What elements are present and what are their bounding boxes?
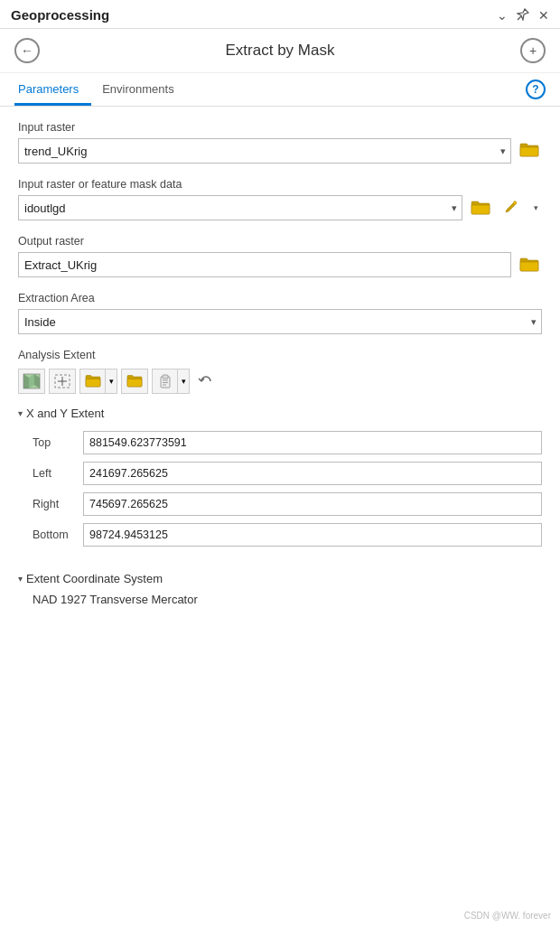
input-mask-folder-btn[interactable] <box>468 195 493 220</box>
tab-parameters[interactable]: Parameters <box>14 73 91 106</box>
extent-clipboard-btn[interactable] <box>152 369 177 394</box>
analysis-extent-label: Analysis Extent <box>18 349 542 361</box>
coord-arrow: ▾ <box>18 574 23 584</box>
xy-extent-label: X and Y Extent <box>26 407 104 420</box>
extraction-area-label: Extraction Area <box>18 292 542 304</box>
top-input[interactable] <box>83 431 542 454</box>
tabs-row: Parameters Environments ? <box>0 73 560 107</box>
top-field-row: Top <box>33 431 542 454</box>
output-raster-group: Output raster <box>18 235 542 277</box>
extraction-area-select[interactable]: Inside Outside <box>18 309 542 334</box>
left-label: Left <box>33 467 76 480</box>
input-raster-row: trend_UKrig <box>18 138 542 164</box>
page-title: Extract by Mask <box>226 42 335 60</box>
bottom-label: Bottom <box>33 528 76 541</box>
folder-icon <box>519 142 539 161</box>
top-label: Top <box>33 436 76 449</box>
xy-extent-arrow: ▾ <box>18 408 23 418</box>
input-mask-row: idoutlgd ▾ <box>18 195 542 220</box>
add-button[interactable]: + <box>520 38 546 63</box>
left-input[interactable] <box>83 462 542 485</box>
pin-icon[interactable] <box>517 8 529 23</box>
watermark: CSDN @WW. forever <box>464 911 551 921</box>
coord-section: ▾ Extent Coordinate System NAD 1927 Tran… <box>18 568 542 608</box>
extent-clipboard-dropdown[interactable]: ▾ <box>177 369 190 394</box>
main-content: Input raster trend_UKrig Input raster or… <box>0 107 560 637</box>
extent-folder-btn1[interactable] <box>79 369 105 394</box>
extent-folder-dropdown1[interactable]: ▾ <box>105 369 117 394</box>
coord-system-label: Extent Coordinate System <box>26 572 163 585</box>
header-row: ← Extract by Mask + <box>0 29 560 73</box>
pencil-icon <box>505 201 518 216</box>
bottom-field-row: Bottom <box>33 523 542 547</box>
back-button[interactable]: ← <box>14 38 40 63</box>
output-raster-label: Output raster <box>18 235 542 248</box>
input-mask-group: Input raster or feature mask data idoutl… <box>18 178 542 220</box>
dropdown-icon[interactable]: ⌄ <box>497 9 508 22</box>
input-raster-select[interactable]: trend_UKrig <box>18 138 511 164</box>
extent-select-btn[interactable] <box>49 369 76 394</box>
input-mask-dropdown-btn[interactable]: ▾ <box>529 195 542 220</box>
input-mask-pencil-btn[interactable] <box>499 195 524 220</box>
title-bar-icons: ⌄ ✕ <box>497 8 549 23</box>
input-raster-label: Input raster <box>18 121 542 134</box>
analysis-extent-section: Analysis Extent <box>18 349 542 608</box>
input-mask-select-wrapper: idoutlgd <box>18 195 462 220</box>
coord-system-header[interactable]: ▾ Extent Coordinate System <box>18 568 542 589</box>
input-raster-group: Input raster trend_UKrig <box>18 121 542 164</box>
svg-rect-9 <box>163 375 168 379</box>
dropdown-arrow-icon: ▾ <box>534 203 538 212</box>
right-label: Right <box>33 498 76 510</box>
input-raster-folder-btn[interactable] <box>517 138 542 164</box>
coord-system-value: NAD 1927 Transverse Mercator <box>18 589 542 608</box>
extraction-area-row: Inside Outside <box>18 309 542 334</box>
close-icon[interactable]: ✕ <box>538 9 549 22</box>
svg-line-0 <box>518 16 521 20</box>
help-icon[interactable]: ? <box>526 80 546 99</box>
input-mask-label: Input raster or feature mask data <box>18 178 542 191</box>
bottom-input[interactable] <box>83 523 542 547</box>
title-bar: Geoprocessing ⌄ ✕ <box>0 0 560 29</box>
extent-map-btn[interactable] <box>18 369 45 394</box>
extraction-area-group: Extraction Area Inside Outside <box>18 292 542 334</box>
extent-folder-group1: ▾ <box>79 369 117 394</box>
app-title: Geoprocessing <box>11 7 109 23</box>
output-raster-row <box>18 252 542 277</box>
left-field-row: Left <box>33 462 542 485</box>
extent-toolbar: ▾ ▾ <box>18 369 542 394</box>
extent-clipboard-group: ▾ <box>152 369 190 394</box>
extent-undo-btn[interactable] <box>193 369 219 394</box>
extraction-area-select-wrapper: Inside Outside <box>18 309 542 334</box>
tabs-left: Parameters Environments <box>14 73 194 106</box>
tab-environments[interactable]: Environments <box>98 73 186 106</box>
xy-extent-header[interactable]: ▾ X and Y Extent <box>18 403 542 424</box>
output-raster-input[interactable] <box>18 252 511 277</box>
back-icon: ← <box>21 43 33 58</box>
extent-folder-btn2[interactable] <box>121 369 148 394</box>
input-mask-select[interactable]: idoutlgd <box>18 195 462 220</box>
right-field-row: Right <box>33 492 542 516</box>
add-icon: + <box>529 43 537 58</box>
output-raster-folder-btn[interactable] <box>517 252 542 277</box>
right-input[interactable] <box>83 492 542 516</box>
input-raster-select-wrapper: trend_UKrig <box>18 138 511 164</box>
extent-fields: Top Left Right Bottom <box>18 424 542 561</box>
